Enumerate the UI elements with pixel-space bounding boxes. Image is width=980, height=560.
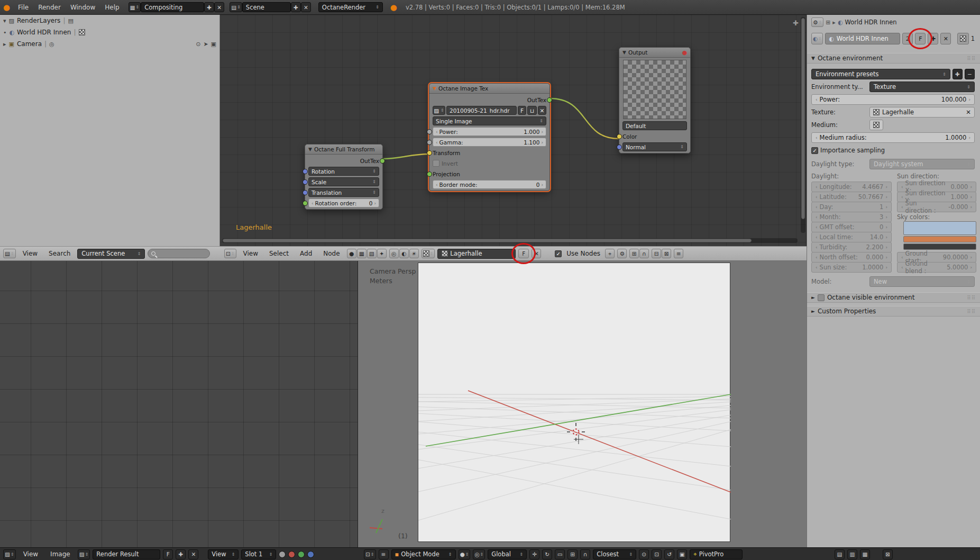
sky-color-swatch-2[interactable] xyxy=(903,236,976,242)
channel-blue-icon[interactable] xyxy=(307,551,314,558)
collapse-icon[interactable]: ▼ xyxy=(308,147,312,152)
socket-outtex[interactable] xyxy=(380,158,385,164)
socket-power[interactable] xyxy=(427,129,432,134)
outliner-item-label[interactable]: Camera xyxy=(17,40,42,48)
channel-red-icon[interactable] xyxy=(288,551,295,558)
proportional-edit-icon[interactable]: ⊡ xyxy=(652,549,662,559)
outliner-item-label[interactable]: RenderLayers xyxy=(17,17,60,24)
compositing-tree-icon[interactable]: ▦ xyxy=(357,249,367,258)
mode-dropdown[interactable]: ▪Object Mode⇕ xyxy=(391,549,456,559)
texture-select-button[interactable]: Lagerhalle✕ xyxy=(869,107,975,118)
sync-icon[interactable]: ↺ xyxy=(664,549,674,559)
outliner-row-renderlayers[interactable]: ▾ ▨ RenderLayers | ▤ xyxy=(0,15,219,26)
menu-view[interactable]: View xyxy=(19,550,43,558)
renderability-icon[interactable]: ▣ xyxy=(211,41,216,48)
normal-dropdown[interactable]: Normal⇕ xyxy=(622,142,687,151)
pivot-center-button[interactable]: ◎⇕ xyxy=(473,549,485,559)
gamma-slider[interactable]: ‹Gamma:1.100› xyxy=(433,138,546,147)
rotation-dropdown[interactable]: Rotation⇕ xyxy=(308,167,379,176)
node-output[interactable]: ▼Output● Default Color Normal⇕ xyxy=(619,47,691,153)
panel-octane-visible-environment[interactable]: ► ✓ Octane visible environment ⠿⠿ xyxy=(807,292,980,303)
fake-user-button[interactable]: F xyxy=(915,33,926,44)
viewport-3d[interactable]: Camera Persp Meters z (1) xyxy=(358,261,807,547)
image-source-dropdown[interactable]: Single Image⇕ xyxy=(433,116,546,125)
snap-magnet-icon[interactable]: ∩ xyxy=(580,549,590,559)
socket-gamma[interactable] xyxy=(427,140,432,145)
visible-environment-checkbox[interactable]: ✓ xyxy=(818,294,825,301)
fake-user-button[interactable]: F xyxy=(163,549,173,559)
menu-view[interactable]: View xyxy=(19,250,42,257)
menu-add[interactable]: Add xyxy=(296,250,316,257)
menu-window[interactable]: Window xyxy=(66,4,100,11)
object-shader-icon[interactable]: ◎ xyxy=(389,249,399,258)
menu-render[interactable]: Render xyxy=(33,4,66,11)
browse-image-button[interactable]: ▨⇕ xyxy=(78,549,90,559)
manipulator-rotate-icon[interactable]: ↻ xyxy=(542,549,552,559)
shader-tree-icon[interactable]: ● xyxy=(347,249,356,258)
default-button[interactable]: Default xyxy=(622,121,687,130)
render-opengl-icon[interactable]: ▣ xyxy=(677,549,687,559)
snap-element-icon[interactable]: ⊙ xyxy=(639,549,649,559)
delete-layout-button[interactable]: ✕ xyxy=(214,2,224,12)
browse-world-button[interactable]: ◐⇕ xyxy=(811,33,823,44)
invert-checkbox[interactable]: ✓ xyxy=(433,160,439,167)
sun-size-field[interactable]: ‹Sun size:1.0000› xyxy=(811,262,892,273)
panel-drag-dots[interactable]: ⠿⠿ xyxy=(967,309,976,314)
menu-file[interactable]: File xyxy=(13,4,33,11)
screen-b-icon[interactable]: ▥ xyxy=(847,549,857,559)
outliner-item-label[interactable]: World HDR Innen xyxy=(17,29,71,36)
month-field[interactable]: ‹Month:3› xyxy=(811,212,892,222)
panel-custom-properties[interactable]: ► Custom Properties ⠿⠿ xyxy=(807,306,980,317)
world-shader-icon[interactable]: ◐ xyxy=(399,249,409,258)
outliner-row-world[interactable]: • ◐ World HDR Innen | xyxy=(0,26,219,38)
channel-green-icon[interactable] xyxy=(298,551,305,558)
remove-preset-button[interactable]: − xyxy=(965,69,975,79)
manipulator-scale-icon[interactable]: ▭ xyxy=(555,549,565,559)
ground-blend-field[interactable]: ‹Ground blend :5.0000› xyxy=(897,262,976,273)
view-mode-dropdown[interactable]: View⇕ xyxy=(208,549,239,559)
delete-scene-button[interactable]: ✕ xyxy=(301,2,311,12)
panel-octane-environment[interactable]: ▼ Octane environment ⠿⠿ xyxy=(807,53,980,64)
close-icon[interactable]: ⊠ xyxy=(883,549,893,559)
image-browse-button[interactable]: ▨⇕ xyxy=(433,106,445,115)
environment-type-dropdown[interactable]: Texture⇕ xyxy=(869,82,975,92)
power-slider[interactable]: ‹Power:100.000› xyxy=(811,94,975,105)
selectability-icon[interactable]: ➤ xyxy=(203,41,208,48)
gmt-offset-field[interactable]: ‹GMT offset:0› xyxy=(811,222,892,232)
collapsed-menus-icon[interactable]: ≡ xyxy=(379,549,389,559)
longitude-field[interactable]: ‹Longitude:4.4667› xyxy=(811,182,892,192)
fake-user-button[interactable]: F xyxy=(518,249,529,258)
pin-icon[interactable]: ⌖ xyxy=(605,249,615,258)
expand-icon[interactable]: ▾ xyxy=(3,17,6,24)
image-name-field[interactable]: Render Result xyxy=(93,549,160,559)
menu-image[interactable]: Image xyxy=(45,550,75,558)
menu-help[interactable]: Help xyxy=(100,4,124,11)
options-icon[interactable]: ⚙ xyxy=(617,249,627,258)
texture-tree-icon[interactable]: ▧ xyxy=(367,249,377,258)
render-engine-select[interactable]: OctaneRender⇕ xyxy=(318,2,383,12)
socket-translation[interactable] xyxy=(303,190,308,195)
blender-logo-icon[interactable]: ● xyxy=(3,3,10,12)
medium-select-button[interactable] xyxy=(869,120,883,130)
socket-outtex[interactable] xyxy=(547,97,552,103)
menu-view[interactable]: View xyxy=(239,250,262,257)
socket-projection[interactable] xyxy=(427,171,432,177)
sun-direction-z-field[interactable]: ‹Sun direction :-0.000› xyxy=(897,202,976,212)
scene-field[interactable]: Scene xyxy=(242,2,291,12)
menu-select[interactable]: Select xyxy=(265,250,293,257)
screen-layout-field[interactable]: Compositing xyxy=(141,2,204,12)
editor-type-button[interactable]: ▤⇕ xyxy=(3,249,16,258)
channel-grayscale-icon[interactable] xyxy=(279,551,286,558)
socket-rotation[interactable] xyxy=(303,169,308,174)
image-editor[interactable] xyxy=(0,261,358,547)
expand-icon[interactable]: ▸ xyxy=(3,41,6,48)
daylight-type-dropdown[interactable]: Daylight system⇕ xyxy=(869,159,975,169)
unlink-world-button[interactable]: ✕ xyxy=(940,33,951,44)
translation-dropdown[interactable]: Translation⇕ xyxy=(308,188,379,197)
screen-layout-browse-button[interactable]: ▦⇕ xyxy=(129,2,141,12)
world-name-field[interactable]: ◐World HDR Innen xyxy=(825,33,900,44)
users-count-button[interactable]: 2 xyxy=(902,33,913,44)
north-offset-field[interactable]: ‹North offset:0.000› xyxy=(811,252,892,263)
scale-dropdown[interactable]: Scale⇕ xyxy=(308,177,379,186)
menu-search[interactable]: Search xyxy=(44,250,75,257)
